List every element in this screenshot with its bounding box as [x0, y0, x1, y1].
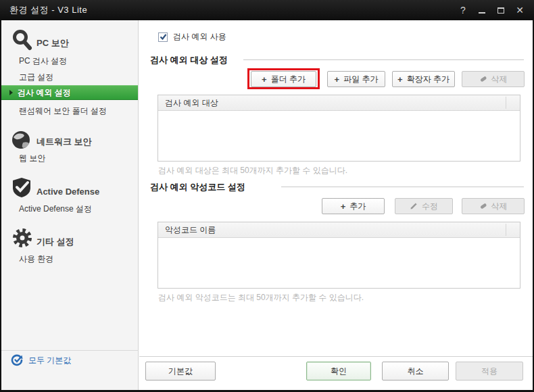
defaults-button[interactable]: 기본값	[145, 362, 216, 381]
sidebar-section-pc-security: PC 보안	[37, 37, 69, 49]
plus-icon: +	[397, 74, 403, 84]
section-title-scan-exception-targets: 검사 예외 대상 설정	[150, 54, 228, 66]
main-panel: 검사 예외 사용 검사 예외 대상 설정 + 폴더 추가 + 파일 추가 + 확…	[139, 20, 533, 390]
window-title: 환경 설정 - V3 Lite	[9, 4, 87, 16]
scrollbar-column-divider	[506, 97, 506, 109]
sidebar-item-usage-environment[interactable]: 사용 환경	[19, 253, 53, 265]
section-title-exception-malware: 검사 예외 악성코드 설정	[150, 181, 245, 193]
malware-limit-note: 검사 예외 악성코드는 최대 50개까지 추가할 수 있습니다.	[158, 292, 364, 303]
title-bar: 환경 설정 - V3 Lite ? ✕	[0, 0, 534, 20]
sidebar-item-pc-scan-settings[interactable]: PC 검사 설정	[19, 55, 67, 67]
scrollbar-column-divider	[506, 224, 506, 236]
sidebar-section-other-settings: 기타 설정	[37, 236, 74, 248]
add-file-button[interactable]: + 파일 추가	[327, 71, 385, 87]
reset-all-defaults-link[interactable]: 모두 기본값	[11, 354, 71, 366]
shield-check-icon	[9, 176, 34, 200]
add-extension-button[interactable]: + 확장자 추가	[392, 71, 455, 87]
eraser-icon	[479, 202, 487, 210]
selected-arrow-icon	[9, 90, 13, 95]
plus-icon: +	[341, 201, 346, 212]
section-divider	[281, 187, 524, 187]
plus-icon: +	[262, 74, 267, 84]
sidebar-item-web-security[interactable]: 웹 보안	[19, 153, 45, 164]
settings-window: 환경 설정 - V3 Lite ? ✕ PC 보안 PC 검사 설정 고급 설정…	[0, 0, 534, 392]
sidebar-section-active-defense: Active Defense	[37, 187, 99, 197]
sidebar-item-active-defense-settings[interactable]: Active Defense 설정	[19, 203, 92, 215]
gear-icon	[11, 226, 34, 249]
window-controls: ? ✕	[456, 0, 527, 20]
refresh-check-icon	[11, 354, 23, 366]
help-icon[interactable]: ?	[456, 3, 470, 18]
sidebar-item-scan-exception-settings[interactable]: 검사 예외 설정	[1, 85, 138, 100]
add-folder-button[interactable]: + 폴더 추가	[251, 71, 316, 87]
target-limit-note: 검사 예외 대상은 최대 50개까지 추가할 수 있습니다.	[158, 165, 347, 176]
cancel-button[interactable]: 취소	[382, 362, 449, 381]
exception-malware-table-header[interactable]: 악성코드 이름	[158, 222, 520, 238]
footer-divider	[139, 356, 533, 357]
sidebar-item-advanced-settings[interactable]: 고급 설정	[19, 72, 53, 83]
close-icon[interactable]: ✕	[512, 3, 527, 18]
globe-icon	[9, 128, 34, 153]
delete-malware-button[interactable]: 삭제	[462, 198, 525, 214]
exception-malware-table: 악성코드 이름	[157, 222, 520, 289]
checkbox-checked-icon	[158, 32, 168, 42]
add-malware-button[interactable]: + 추가	[322, 198, 385, 214]
maximize-icon[interactable]	[493, 3, 508, 18]
edit-malware-button[interactable]: 수정	[395, 198, 453, 214]
window-content: PC 보안 PC 검사 설정 고급 설정 검사 예외 설정 랜섬웨어 보안 폴더…	[1, 20, 533, 390]
sidebar-footer-divider	[1, 350, 139, 351]
plus-icon: +	[335, 74, 340, 84]
exception-malware-table-body[interactable]	[158, 238, 520, 288]
apply-button[interactable]: 적용	[456, 362, 523, 381]
eraser-icon	[479, 75, 487, 83]
exception-target-table: 검사 예외 대상	[157, 95, 520, 162]
use-scan-exception-checkbox[interactable]: 검사 예외 사용	[158, 31, 226, 43]
exception-target-table-header[interactable]: 검사 예외 대상	[158, 95, 520, 111]
sidebar: PC 보안 PC 검사 설정 고급 설정 검사 예외 설정 랜섬웨어 보안 폴더…	[1, 20, 139, 390]
ok-button[interactable]: 확인	[306, 362, 371, 381]
minimize-icon[interactable]	[475, 3, 489, 18]
delete-target-button[interactable]: 삭제	[462, 71, 525, 87]
section-divider	[243, 59, 524, 60]
magnifier-icon	[11, 28, 34, 51]
pencil-icon	[410, 202, 418, 210]
sidebar-section-network-security: 네트워크 보안	[37, 136, 92, 148]
exception-target-table-body[interactable]	[158, 111, 520, 161]
sidebar-item-ransomware-folder-settings[interactable]: 랜섬웨어 보안 폴더 설정	[19, 105, 107, 117]
